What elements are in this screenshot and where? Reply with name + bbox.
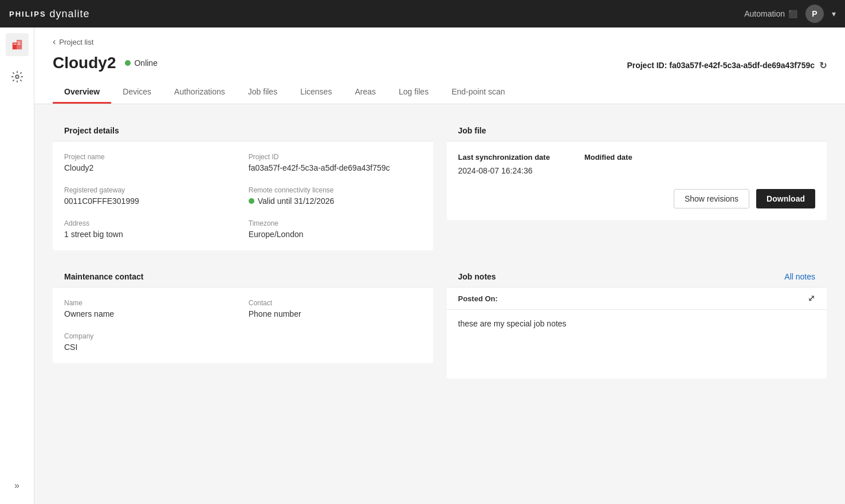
- status-dot: [125, 60, 131, 66]
- maintenance-contact-body: Name Owners name Contact Phone number Co…: [53, 288, 433, 363]
- expand-notes-icon[interactable]: ⤢: [808, 293, 815, 304]
- registered-gateway-value: 0011C0FFFE301999: [64, 196, 237, 206]
- svg-rect-3: [15, 44, 16, 45]
- section-row-top: Project details Project name Cloudy2 Pro…: [53, 118, 827, 250]
- download-button[interactable]: Download: [756, 189, 815, 208]
- status-label: Online: [134, 58, 157, 68]
- tabs: Overview Devices Authorizations Job file…: [53, 81, 827, 104]
- job-dates-row: Last synchronization date 2024-08-07 16:…: [458, 153, 816, 175]
- navbar: PHILIPS dynalite Automation ⬛ P ▾: [0, 0, 845, 27]
- svg-rect-7: [19, 44, 20, 45]
- registered-gateway-label: Registered gateway: [64, 186, 237, 194]
- modified-date-col: Modified date: [584, 153, 632, 175]
- job-notes-col: Job notes All notes Posted On: ⤢ these a…: [447, 264, 827, 379]
- automation-menu[interactable]: Automation ⬛: [744, 9, 797, 18]
- address-label: Address: [64, 219, 237, 227]
- tab-devices[interactable]: Devices: [111, 81, 163, 104]
- timezone-label: Timezone: [249, 219, 422, 227]
- expand-icon: ⬛: [788, 10, 797, 18]
- job-file-col: Job file Last synchronization date 2024-…: [447, 118, 827, 250]
- user-avatar[interactable]: P: [805, 5, 824, 23]
- page-header: ‹ Project list Cloudy2 Online Project ID…: [34, 27, 845, 104]
- maintenance-contact-card: Maintenance contact Name Owners name Con…: [53, 264, 433, 363]
- tab-job-files[interactable]: Job files: [237, 81, 289, 104]
- header-content-row: Cloudy2 Online Project ID: fa03a57f-e42f…: [53, 54, 827, 77]
- sidebar-item-projects[interactable]: [6, 33, 29, 56]
- modified-date-label: Modified date: [584, 153, 632, 162]
- sidebar-expand-button[interactable]: »: [6, 474, 29, 497]
- svg-rect-6: [17, 44, 18, 45]
- detail-registered-gateway: Registered gateway 0011C0FFFE301999: [64, 186, 237, 206]
- contact-label: Contact: [249, 299, 422, 307]
- notes-content: these are my special job notes: [458, 319, 567, 328]
- tab-licenses[interactable]: Licenses: [289, 81, 343, 104]
- project-id-field-value: fa03a57f-e42f-5c3a-a5df-de69a43f759c: [249, 163, 422, 172]
- notes-title: Job notes: [458, 272, 496, 281]
- project-details-col: Project details Project name Cloudy2 Pro…: [53, 118, 433, 250]
- project-id-field-label: Project ID: [249, 153, 422, 161]
- job-file-body: Last synchronization date 2024-08-07 16:…: [447, 141, 827, 220]
- svg-point-8: [15, 75, 19, 78]
- notes-body: these are my special job notes: [447, 310, 827, 379]
- svg-rect-4: [17, 42, 18, 43]
- tab-areas[interactable]: Areas: [343, 81, 387, 104]
- contact-company: Company CSI: [64, 332, 237, 352]
- job-file-header: Job file: [447, 118, 827, 141]
- valid-dot: [249, 198, 254, 204]
- project-details-body: Project name Cloudy2 Project ID fa03a57f…: [53, 141, 433, 250]
- navbar-right: Automation ⬛ P ▾: [744, 5, 836, 23]
- sidebar: »: [0, 27, 34, 504]
- tab-overview[interactable]: Overview: [53, 81, 111, 104]
- brand-logo: PHILIPS dynalite: [9, 8, 90, 20]
- posted-on-label: Posted On:: [458, 294, 498, 303]
- project-id-row: Project ID: fa03a57f-e42f-5c3a-a5df-de69…: [627, 60, 827, 71]
- content-area: Project details Project name Cloudy2 Pro…: [34, 104, 845, 392]
- job-notes-card: Job notes All notes Posted On: ⤢ these a…: [447, 264, 827, 379]
- user-initial: P: [812, 9, 817, 18]
- project-name-label: Project name: [64, 153, 237, 161]
- project-details-header: Project details: [53, 118, 433, 141]
- detail-address: Address 1 street big town: [64, 219, 237, 239]
- automation-label: Automation: [744, 9, 785, 18]
- job-file-card: Job file Last synchronization date 2024-…: [447, 118, 827, 220]
- maintenance-contact-header: Maintenance contact: [53, 264, 433, 288]
- remote-connectivity-label: Remote connectivity license: [249, 186, 422, 194]
- details-grid: Project name Cloudy2 Project ID fa03a57f…: [64, 153, 422, 239]
- back-arrow-icon[interactable]: ‹: [53, 37, 56, 47]
- last-sync-label: Last synchronization date: [458, 153, 550, 162]
- detail-timezone: Timezone Europe/London: [249, 219, 422, 239]
- contact-grid: Name Owners name Contact Phone number Co…: [64, 299, 422, 352]
- project-name-value: Cloudy2: [64, 163, 237, 172]
- breadcrumb[interactable]: ‹ Project list: [53, 37, 827, 47]
- contact-name-label: Name: [64, 299, 237, 307]
- detail-project-name: Project name Cloudy2: [64, 153, 237, 172]
- notes-header: Job notes All notes: [447, 264, 827, 288]
- svg-rect-5: [19, 42, 20, 43]
- detail-project-id: Project ID fa03a57f-e42f-5c3a-a5df-de69a…: [249, 153, 422, 172]
- company-value: CSI: [64, 342, 237, 352]
- refresh-icon[interactable]: ↻: [819, 60, 827, 71]
- last-sync-value: 2024-08-07 16:24:36: [458, 166, 550, 175]
- tab-log-files[interactable]: Log files: [387, 81, 440, 104]
- tab-end-point-scan[interactable]: End-point scan: [440, 81, 516, 104]
- notes-posted-row: Posted On: ⤢: [447, 288, 827, 310]
- brand-philips: PHILIPS: [9, 10, 46, 18]
- valid-text: Valid until 31/12/2026: [258, 196, 335, 206]
- user-menu-chevron[interactable]: ▾: [832, 9, 836, 18]
- svg-rect-1: [17, 40, 22, 50]
- last-sync-col: Last synchronization date 2024-08-07 16:…: [458, 153, 550, 175]
- timezone-value: Europe/London: [249, 230, 422, 239]
- maintenance-contact-col: Maintenance contact Name Owners name Con…: [53, 264, 433, 379]
- show-revisions-button[interactable]: Show revisions: [674, 189, 749, 208]
- address-value: 1 street big town: [64, 230, 237, 239]
- project-title: Cloudy2: [53, 54, 116, 72]
- sidebar-item-settings[interactable]: [6, 65, 29, 88]
- contact-value: Phone number: [249, 309, 422, 318]
- all-notes-link[interactable]: All notes: [784, 272, 815, 281]
- remote-connectivity-value: Valid until 31/12/2026: [249, 196, 422, 206]
- project-details-card: Project details Project name Cloudy2 Pro…: [53, 118, 433, 250]
- breadcrumb-label: Project list: [59, 38, 93, 46]
- project-title-row: Cloudy2 Online: [53, 54, 158, 72]
- tab-authorizations[interactable]: Authorizations: [163, 81, 237, 104]
- brand-dynalite: dynalite: [50, 8, 90, 20]
